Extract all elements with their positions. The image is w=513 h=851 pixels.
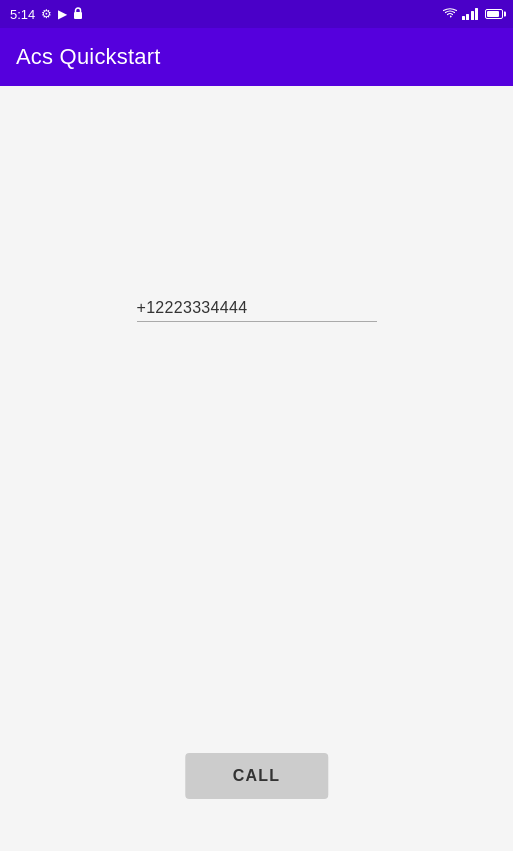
- status-time: 5:14: [10, 7, 35, 22]
- status-bar: 5:14 ⚙ ▶: [0, 0, 513, 28]
- battery-icon: [485, 9, 503, 19]
- wifi-icon: [443, 5, 457, 23]
- status-bar-right: [443, 5, 504, 23]
- phone-input-container: [137, 295, 377, 322]
- phone-number-input[interactable]: [137, 295, 377, 322]
- signal-icon: [462, 8, 479, 20]
- app-title: Acs Quickstart: [16, 44, 161, 70]
- call-button[interactable]: CALL: [185, 753, 328, 799]
- svg-rect-0: [74, 12, 82, 19]
- lock-icon: [73, 7, 83, 22]
- main-content: CALL: [0, 86, 513, 851]
- status-bar-left: 5:14 ⚙ ▶: [10, 7, 83, 22]
- settings-icon: ⚙: [41, 7, 52, 21]
- app-bar: Acs Quickstart: [0, 28, 513, 86]
- play-icon: ▶: [58, 7, 67, 21]
- call-button-container: CALL: [185, 753, 328, 799]
